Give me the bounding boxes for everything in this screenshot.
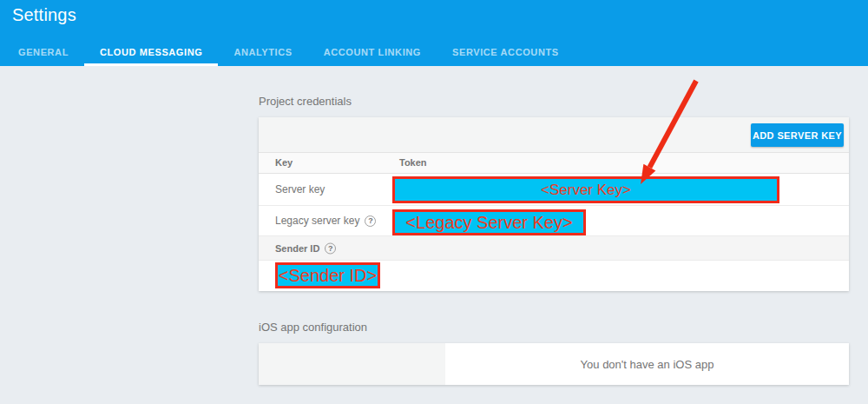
server-key-label: Server key xyxy=(275,183,325,195)
sender-id-label: Sender ID ? xyxy=(275,242,336,254)
tab-cloud-messaging[interactable]: CLOUD MESSAGING xyxy=(84,37,218,66)
table-row-sender-id-header: Sender ID ? xyxy=(259,236,849,261)
ios-app-configuration-heading: iOS app configuration xyxy=(259,321,367,334)
help-icon[interactable]: ? xyxy=(325,242,336,254)
server-key-redaction-box: <Server Key> xyxy=(392,176,779,203)
help-icon[interactable]: ? xyxy=(365,215,376,227)
table-row-server-key: Server key <Server Key> xyxy=(259,174,849,206)
tab-bar: GENERAL CLOUD MESSAGING ANALYTICS ACCOUN… xyxy=(3,37,575,66)
tab-analytics[interactable]: ANALYTICS xyxy=(218,37,307,66)
table-row-sender-id-value: <Sender ID> xyxy=(259,261,849,290)
settings-page: Settings GENERAL CLOUD MESSAGING ANALYTI… xyxy=(0,0,868,404)
ios-empty-message: You don't have an iOS app xyxy=(445,343,849,385)
credentials-toolbar: ADD SERVER KEY xyxy=(259,117,849,153)
credentials-table-header: Key Token xyxy=(259,153,849,174)
ios-app-configuration-card: You don't have an iOS app xyxy=(259,343,849,385)
page-title: Settings xyxy=(12,5,76,25)
column-header-key: Key xyxy=(275,157,293,168)
app-header: Settings GENERAL CLOUD MESSAGING ANALYTI… xyxy=(0,0,868,66)
project-credentials-heading: Project credentials xyxy=(259,95,352,108)
tab-account-linking[interactable]: ACCOUNT LINKING xyxy=(308,37,437,66)
legacy-server-key-redaction-box: <Legacy Server Key> xyxy=(392,209,586,235)
legacy-server-key-label: Legacy server key ? xyxy=(275,215,376,227)
ios-card-left-panel xyxy=(259,343,445,385)
column-header-token: Token xyxy=(399,157,427,168)
sender-id-redaction-box: <Sender ID> xyxy=(275,262,380,288)
project-credentials-card: ADD SERVER KEY Key Token Server key <Ser… xyxy=(259,117,849,291)
table-row-legacy-server-key: Legacy server key ? <Legacy Server Key> xyxy=(259,206,849,236)
sender-id-text: Sender ID xyxy=(275,243,319,254)
add-server-key-button[interactable]: ADD SERVER KEY xyxy=(751,123,844,147)
legacy-server-key-text: Legacy server key xyxy=(275,215,359,227)
tab-service-accounts[interactable]: SERVICE ACCOUNTS xyxy=(437,37,575,66)
tab-general[interactable]: GENERAL xyxy=(3,37,84,66)
